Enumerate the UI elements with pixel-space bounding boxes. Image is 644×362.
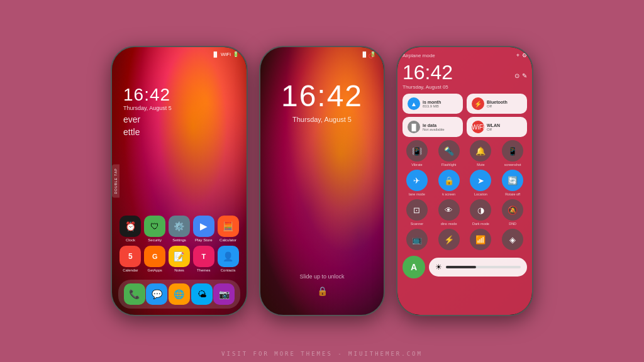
lock-date: Thursday, August 5 <box>292 116 352 123</box>
btn-scanner[interactable]: ⊡ Scanner <box>402 199 431 226</box>
btn-flashlight[interactable]: 🔦 Flashlight <box>435 140 464 167</box>
quote-line-1: ever <box>123 114 240 126</box>
mobile-data-icon: ▐▌ <box>408 121 420 133</box>
clock-icon: ⏰ <box>119 216 141 237</box>
app-grid: ⏰ Clock 🛡 Security ⚙️ Settings ▶ <box>118 216 240 309</box>
lock-symbol: 🔒 <box>317 286 328 296</box>
mobile-data-title: le data <box>423 123 445 128</box>
btn-lock-screen[interactable]: 🔒 k screen <box>435 170 464 196</box>
app-row-2: 5 Calendar G GetApps 📝 Notes T <box>118 246 240 272</box>
mobile-data-widget[interactable]: ▐▌ le data Not available <box>402 117 463 137</box>
app-clock[interactable]: ⏰ Clock <box>119 216 141 242</box>
dock-camera[interactable]: 📷 <box>213 283 235 305</box>
phones-container: DOUBLE TAP ▐▌ WiFi 🔋 16:42 Thursday, Aug… <box>0 0 644 362</box>
cc-header: Airplane mode + ⚙ <box>402 52 527 58</box>
btn-signal[interactable]: 📶 <box>467 229 496 251</box>
app-settings[interactable]: ⚙️ Settings <box>169 216 190 242</box>
browser-icon: 🌐 <box>169 283 190 305</box>
wlan-text: WLAN Off <box>487 123 500 131</box>
vibrate-icon: 📳 <box>406 140 428 162</box>
airplane-icon: ✈ <box>406 170 428 191</box>
lock-time: 16:42 <box>281 79 363 113</box>
playstore-icon: ▶ <box>193 216 214 237</box>
dock-weather[interactable]: 🌤 <box>191 283 213 305</box>
bluetooth-widget[interactable]: ⚡ Bluetooth Off <box>467 94 527 114</box>
cc-toggle-row-2: ▐▌ le data Not available WiFi WLAN Off <box>402 117 527 137</box>
messages-icon: 💬 <box>146 283 167 305</box>
data-title: is month <box>423 100 441 104</box>
btn-rotate[interactable]: 🔄 Rotate off <box>498 170 527 196</box>
security-icon: 🛡 <box>144 216 165 237</box>
phone-1-screen: DOUBLE TAP ▐▌ WiFi 🔋 16:42 Thursday, Aug… <box>112 47 247 315</box>
contacts-icon: 👤 <box>218 246 239 267</box>
btn-location[interactable]: ➤ Location <box>467 170 496 196</box>
power-icon: ⚡ <box>438 229 460 250</box>
app-calculator[interactable]: 🧮 Calculator <box>218 216 239 242</box>
quote-line-2: ettle <box>123 126 240 139</box>
btn-dnd[interactable]: 🔕 DND <box>498 199 527 226</box>
btn-vibrate[interactable]: 📳 Vibrate <box>402 140 431 167</box>
cc-time-block: 16:42 Thursday, August 05 <box>402 61 453 90</box>
app-playstore[interactable]: ▶ Play Store <box>193 216 214 242</box>
mobile-data-status: Not available <box>423 128 445 131</box>
lock-bottom: Slide up to unlock 🔒 <box>260 273 384 296</box>
cc-toggle-row-1: ▲ is month 833.9 MB ⚡ Bluetooth Off <box>402 94 527 114</box>
dock: 📞 💬 🌐 🌤 📷 <box>118 280 240 309</box>
wlan-widget[interactable]: WiFi WLAN Off <box>467 117 527 137</box>
app-notes[interactable]: 📝 Notes <box>169 246 190 272</box>
dark-mode-icon: ◑ <box>470 199 491 221</box>
btn-dark[interactable]: ◑ Dark mode <box>467 199 496 226</box>
btn-mute[interactable]: 🔔 Mute <box>467 140 496 167</box>
location-icon: ➤ <box>470 170 491 191</box>
oneplus-indicator <box>369 53 374 58</box>
wlan-icon: WiFi <box>472 121 484 133</box>
dino-mode-icon: 👁 <box>438 199 460 221</box>
app-themes[interactable]: T Themes <box>193 246 214 272</box>
btn-dino[interactable]: 👁 dino mode <box>435 199 464 226</box>
dock-messages[interactable]: 💬 <box>146 283 167 305</box>
lock-signal-icon: ▐▌ <box>361 52 368 57</box>
cc-settings-icon[interactable]: ⚙ <box>522 52 527 58</box>
btn-screenshot[interactable]: 📱 screenshot <box>498 140 527 167</box>
data-icon: ▲ <box>408 97 420 110</box>
data-value: 833.9 MB <box>423 104 441 108</box>
phone-3-screen: Airplane mode + ⚙ 16:42 Thursday, August… <box>397 47 532 315</box>
dnd-icon: 🔕 <box>502 199 523 221</box>
screenshot-icon: 📱 <box>502 140 523 162</box>
app-calendar[interactable]: 5 Calendar <box>119 246 141 272</box>
cc-time-row: 16:42 Thursday, August 05 ⊙ ✎ <box>402 61 527 90</box>
watermark: VISIT FOR MORE THEMES - MIUITHEMER.COM <box>221 351 423 357</box>
btn-extra[interactable]: ◈ <box>498 229 527 251</box>
bluetooth-title: Bluetooth <box>487 100 508 104</box>
app-contacts[interactable]: 👤 Contacts <box>218 246 239 272</box>
slide-up-text: Slide up to unlock <box>299 273 344 280</box>
signal-icon: ▐▌ <box>212 52 219 57</box>
app-getapps[interactable]: G GetApps <box>144 246 165 272</box>
settings-icon: ⚙️ <box>169 216 190 237</box>
mobile-data-text: le data Not available <box>423 123 445 131</box>
home-time-widget: 16:42 Thursday, August 5 <box>123 85 240 111</box>
wlan-title: WLAN <box>487 123 500 128</box>
phone-icon: 📞 <box>124 283 145 305</box>
brightness-icon: ☀ <box>435 263 442 272</box>
notes-icon: 📝 <box>169 246 190 267</box>
dock-browser[interactable]: 🌐 <box>169 283 190 305</box>
btn-airplane[interactable]: ✈ lane mode <box>402 170 431 196</box>
cc-date: Thursday, August 05 <box>402 84 453 90</box>
cast-icon: 📺 <box>406 229 428 250</box>
cc-plus-icon[interactable]: + <box>516 52 519 58</box>
cc-clock-icon[interactable]: ⊙ <box>514 72 519 79</box>
flashlight-icon: 🔦 <box>438 140 460 162</box>
wlan-status: Off <box>487 128 500 131</box>
btn-power[interactable]: ⚡ <box>435 229 464 251</box>
dock-phone[interactable]: 📞 <box>124 283 145 305</box>
scanner-icon: ⊡ <box>406 199 428 221</box>
cc-time: 16:42 <box>402 61 453 84</box>
accessibility-button[interactable]: A <box>402 256 425 278</box>
brightness-slider[interactable]: ☀ <box>429 258 527 277</box>
cc-bottom-bar: A ☀ <box>402 256 527 278</box>
cc-edit-icon[interactable]: ✎ <box>522 72 527 79</box>
data-widget[interactable]: ▲ is month 833.9 MB <box>402 94 463 114</box>
btn-cast[interactable]: 📺 <box>402 229 431 251</box>
app-security[interactable]: 🛡 Security <box>144 216 165 242</box>
